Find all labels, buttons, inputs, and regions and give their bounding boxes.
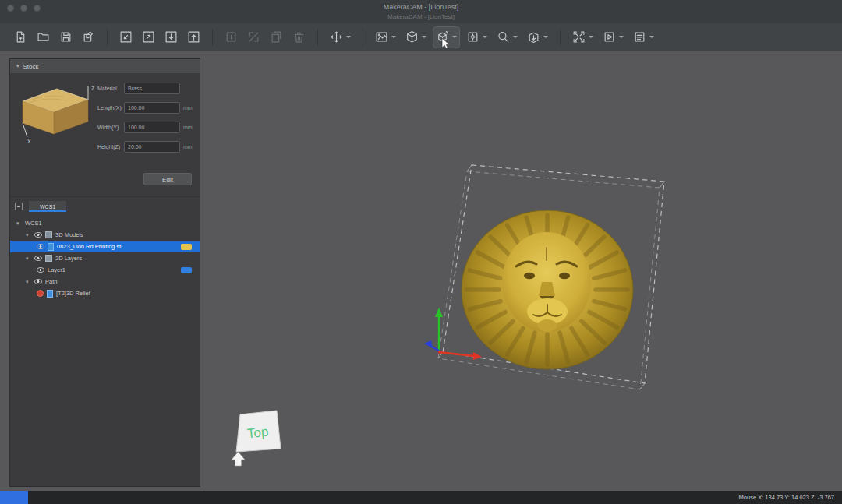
dropdown-caret-icon[interactable] (391, 36, 396, 38)
left-panel: ▾ Stock Z X Material (9, 58, 200, 487)
zoom-region-button[interactable] (494, 27, 520, 48)
layer-color-swatch[interactable] (181, 267, 192, 273)
dropdown-caret-icon[interactable] (619, 36, 624, 38)
move-object-button (245, 27, 263, 48)
export-vector-button[interactable] (140, 27, 157, 48)
lion-model[interactable] (462, 210, 633, 369)
export-vector-icon (142, 30, 155, 44)
app-window: MakeraCAM - [LionTest] MakeraCAM - [Lion… (0, 0, 842, 504)
minimize-window-button[interactable] (20, 5, 27, 12)
import-vector-button[interactable] (117, 27, 135, 48)
path-file-icon (47, 290, 53, 298)
visibility-eye-icon[interactable] (37, 244, 44, 249)
stock-axis-x-label: X (27, 139, 31, 144)
new-file-button[interactable] (12, 27, 30, 48)
stock-section-title: Stock (23, 63, 39, 70)
length-label: Length(X) (97, 105, 124, 111)
length-unit: mm (180, 105, 193, 111)
import-model-icon (165, 30, 178, 44)
toolbar-separator (560, 29, 561, 46)
dropdown-caret-icon[interactable] (483, 36, 487, 38)
tree-node-wcs1[interactable]: ▾ WCS1 (10, 217, 200, 229)
view-cube[interactable]: Top (232, 411, 281, 466)
save-file-button[interactable] (57, 27, 75, 48)
tree-node-2d-layers[interactable]: ▾ 2D Layers (10, 252, 200, 264)
dropdown-caret-icon[interactable] (649, 36, 654, 38)
dropdown-caret-icon[interactable] (452, 36, 457, 38)
tree-node-3d-models[interactable]: ▾ 3D Models (10, 229, 200, 241)
stock-section-header[interactable]: ▾ Stock (10, 59, 200, 73)
move-object-icon (247, 30, 260, 44)
visibility-eye-icon[interactable] (34, 279, 42, 284)
open-file-button[interactable] (34, 27, 52, 48)
export-output-icon (527, 30, 540, 44)
caret-down-icon[interactable]: ▾ (26, 256, 31, 262)
toolbar-separator (363, 29, 363, 46)
save-as-button[interactable] (80, 27, 97, 48)
transform-icon (330, 30, 343, 44)
model-color-swatch[interactable] (181, 244, 192, 250)
stock-preview-canvas: Z X (16, 79, 97, 165)
caret-down-icon[interactable]: ▾ (26, 232, 31, 238)
visibility-eye-icon[interactable] (34, 256, 42, 261)
window-title: MakeraCAM - [LionTest] (0, 0, 842, 11)
dropdown-caret-icon[interactable] (513, 36, 518, 38)
add-object-icon (225, 30, 238, 44)
transform-button[interactable] (327, 27, 353, 48)
dropdown-caret-icon[interactable] (543, 36, 548, 38)
export-model-button[interactable] (185, 27, 203, 48)
tree-node-path[interactable]: ▾ Path (10, 276, 200, 287)
add-object-button (222, 27, 240, 48)
models-folder-icon (45, 231, 52, 238)
edit-stock-button[interactable]: Edit (143, 173, 192, 185)
title-bar: MakeraCAM - [LionTest] MakeraCAM - [Lion… (0, 0, 842, 23)
tree-node-3d-relief[interactable]: [T2]3D Relief (10, 287, 200, 299)
height-input[interactable] (124, 141, 180, 153)
image-tool-icon (375, 30, 388, 44)
material-input[interactable] (124, 83, 180, 94)
tree-node-label: 3D Models (55, 231, 83, 238)
toolbar-separator (212, 29, 213, 46)
export-output-button[interactable] (525, 27, 550, 48)
delete-object-button (290, 27, 308, 48)
tree-node-layer1[interactable]: Layer1 (10, 264, 200, 276)
window-subtitle: MakeraCAM - [LionTest] (0, 13, 842, 20)
dropdown-caret-icon[interactable] (589, 36, 593, 38)
caret-down-icon[interactable]: ▾ (26, 279, 31, 285)
tree-node-lion-stl[interactable]: 0823_Lion Rd Printing.stl (10, 241, 200, 252)
duplicate-object-icon (270, 30, 283, 44)
length-field-row: Length(X) mm (97, 102, 193, 114)
dropdown-caret-icon[interactable] (346, 36, 351, 38)
dropdown-caret-icon[interactable] (422, 36, 426, 38)
tool-settings-button[interactable] (464, 27, 490, 48)
height-unit: mm (180, 144, 193, 150)
tab-wcs1[interactable]: WCS1 (29, 201, 66, 212)
import-model-button[interactable] (162, 27, 180, 48)
visibility-eye-icon[interactable] (34, 232, 42, 238)
caret-down-icon[interactable]: ▾ (16, 220, 22, 227)
model-edit-icon (405, 30, 419, 44)
scene-tree: ▾ WCS1 ▾ 3D Models 0823_Lion Rd Printing… (10, 213, 200, 304)
status-bar: Mouse X: 134.73 Y: 14.023 Z: -3.767 (0, 491, 842, 504)
material-field-row: Material (97, 83, 193, 94)
visibility-eye-icon[interactable] (37, 267, 44, 273)
gcode-view-button[interactable] (631, 27, 656, 48)
model-edit-button[interactable] (403, 27, 429, 48)
tree-node-label: Path (45, 278, 57, 285)
view-up-arrow-icon[interactable] (232, 452, 245, 466)
material-label: Material (97, 86, 124, 91)
close-window-button[interactable] (7, 5, 14, 12)
simulation-button[interactable] (600, 27, 626, 48)
fit-view-button[interactable] (570, 27, 596, 48)
image-tool-button[interactable] (373, 27, 398, 48)
status-accent (0, 491, 28, 504)
width-input[interactable] (124, 122, 180, 133)
height-label: Height(Z) (97, 144, 124, 150)
zoom-window-button[interactable] (34, 5, 41, 12)
tree-node-label: Layer1 (48, 266, 65, 273)
open-file-icon (37, 30, 50, 44)
width-field-row: Width(Y) mm (97, 122, 193, 133)
length-input[interactable] (124, 102, 180, 114)
stock-axis-z-label: Z (91, 86, 95, 91)
collapse-all-icon[interactable] (15, 203, 23, 210)
